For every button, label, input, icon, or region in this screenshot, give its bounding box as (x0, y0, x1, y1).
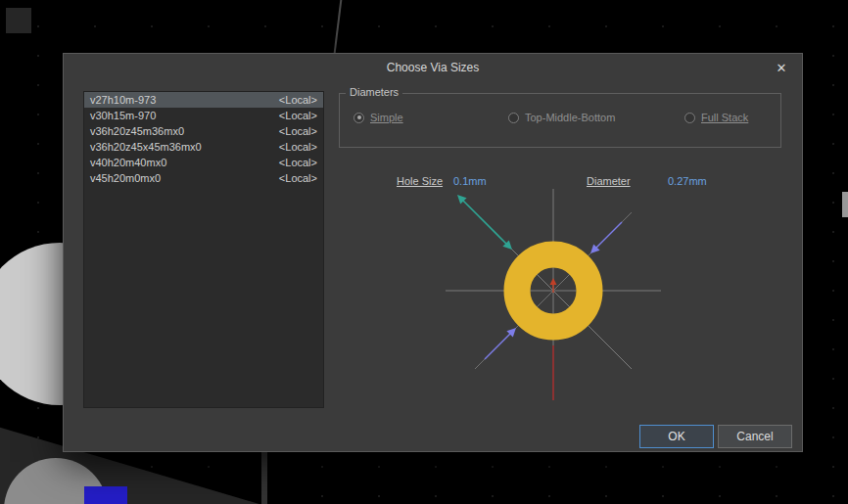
close-icon[interactable]: ✕ (773, 60, 790, 77)
pcb-vertical-trace (261, 450, 267, 504)
via-preview-graphic (434, 183, 675, 434)
via-name: v30h15m-970 (90, 108, 156, 123)
pcb-edge-mark (842, 192, 848, 217)
radio-tmb-control[interactable] (508, 113, 519, 123)
pcb-pad-shape (6, 8, 31, 33)
cancel-button[interactable]: Cancel (718, 425, 792, 448)
hole-size-arrow-line (461, 199, 508, 246)
radio-option-full-stack[interactable]: Full Stack (684, 112, 748, 123)
choose-via-sizes-dialog: Choose Via Sizes ✕ v27h10m-973 <Local> v… (63, 53, 803, 452)
pcb-blue-pad (84, 486, 127, 504)
via-list-item[interactable]: v45h20m0mx0 <Local> (84, 170, 323, 186)
via-list-item[interactable]: v30h15m-970 <Local> (84, 108, 323, 123)
via-size-list[interactable]: v27h10m-973 <Local> v30h15m-970 <Local> … (83, 91, 324, 408)
via-name: v36h20z45m36mx0 (90, 123, 184, 139)
via-name: v36h20z45x45m36mx0 (90, 139, 202, 155)
via-list-item[interactable]: v40h20m40mx0 <Local> (84, 155, 323, 170)
via-scope: <Local> (279, 139, 317, 155)
via-scope: <Local> (279, 170, 317, 186)
via-scope: <Local> (279, 123, 317, 139)
via-scope: <Local> (279, 155, 317, 170)
via-name: v45h20m0mx0 (90, 170, 161, 186)
via-scope: <Local> (279, 92, 317, 108)
radio-simple-control[interactable] (353, 113, 364, 123)
via-list-item[interactable]: v36h20z45m36mx0 <Local> (84, 123, 323, 139)
radio-fullstack-label: Full Stack (701, 112, 748, 123)
diameters-group: Diameters Simple Top-Middle-Bottom Full … (339, 93, 781, 148)
radio-simple-label: Simple (370, 112, 403, 123)
via-name: v40h20m40mx0 (90, 155, 166, 170)
radio-option-top-middle-bottom[interactable]: Top-Middle-Bottom (508, 112, 615, 123)
via-list-item[interactable]: v27h10m-973 <Local> (84, 92, 323, 108)
via-name: v27h10m-973 (90, 92, 156, 108)
ok-button[interactable]: OK (639, 425, 714, 448)
diameter-arrow-upper-line (594, 222, 622, 250)
radio-tmb-label: Top-Middle-Bottom (525, 112, 615, 123)
dialog-title: Choose Via Sizes (64, 54, 802, 81)
via-scope: <Local> (279, 108, 317, 123)
radio-option-simple[interactable]: Simple (353, 112, 403, 123)
diameters-group-label: Diameters (346, 86, 402, 98)
via-list-item[interactable]: v36h20z45x45m36mx0 <Local> (84, 139, 323, 155)
radio-fullstack-control[interactable] (684, 113, 695, 123)
center-arrowhead-icon (550, 278, 557, 285)
diameter-arrow-lower-line (485, 332, 512, 359)
